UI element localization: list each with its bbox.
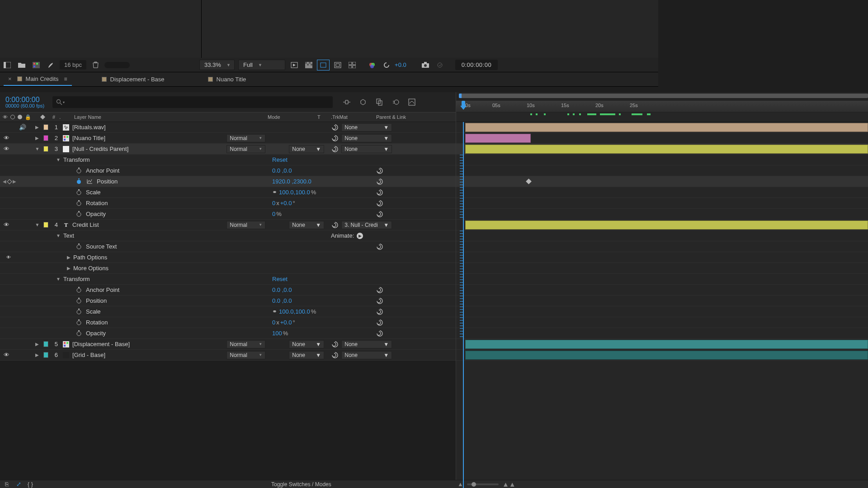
layer-row[interactable]: 👁▶ 5 [Displacement - Base] Normal▼ None▼… xyxy=(0,339,456,350)
comp-mini-flowchart-icon[interactable] xyxy=(342,97,352,107)
property-value[interactable]: 100% xyxy=(272,330,376,337)
reset-link[interactable]: Reset xyxy=(272,156,376,163)
eye-column-icon[interactable]: 👁 xyxy=(3,114,8,120)
tab-main-credits[interactable]: × Main Credits ≡ xyxy=(4,73,72,86)
graph-icon[interactable] xyxy=(86,178,93,185)
exposure-value[interactable]: +0.0 xyxy=(395,61,406,68)
trackmatte-dropdown[interactable]: None▼ xyxy=(289,145,324,153)
property-row[interactable]: Position 0.0 ,0.0 xyxy=(0,296,456,306)
twirl-icon[interactable]: ▶ xyxy=(67,255,71,260)
layer-bar[interactable] xyxy=(465,145,658,154)
twirl-icon[interactable]: ▼ xyxy=(56,233,61,238)
pickwhip-icon[interactable] xyxy=(376,286,383,294)
layer-swatch[interactable] xyxy=(43,146,48,152)
trackmatte-dropdown[interactable]: None▼ xyxy=(289,340,324,348)
close-icon[interactable]: × xyxy=(8,75,12,82)
trackmatte-dropdown[interactable]: None▼ xyxy=(289,221,324,229)
layer-row[interactable]: 👁▼ 3 [Null - Credits Parent] Normal▼ Non… xyxy=(0,144,456,155)
panel-icon[interactable] xyxy=(1,60,14,70)
current-time-indicator[interactable] xyxy=(460,101,467,112)
property-group[interactable]: ▼Text Animate: ▶ xyxy=(0,230,456,241)
pickwhip-icon[interactable] xyxy=(376,189,383,196)
twirl-icon[interactable]: ▼ xyxy=(56,157,61,162)
eye-icon[interactable]: 👁 xyxy=(3,221,10,228)
draft3d-icon[interactable] xyxy=(358,97,368,107)
property-group[interactable]: ▼Transform Reset xyxy=(0,274,456,285)
property-value[interactable]: 0.0 ,0.0 xyxy=(272,167,376,174)
blend-mode-dropdown[interactable]: Normal▼ xyxy=(226,340,265,348)
property-value[interactable]: ⚭100.0,100.0% xyxy=(272,189,376,196)
pickwhip-icon[interactable] xyxy=(376,308,383,315)
graph-editor-icon[interactable] xyxy=(407,97,417,107)
keyframe-icon[interactable] xyxy=(526,178,532,184)
property-group[interactable]: ▶More Options xyxy=(0,263,456,274)
pickwhip-icon[interactable] xyxy=(376,211,383,218)
property-row[interactable]: Anchor Point 0.0 ,0.0 xyxy=(0,165,456,176)
layer-bar[interactable] xyxy=(465,123,658,132)
layer-bar[interactable] xyxy=(465,134,531,143)
pickwhip-icon[interactable] xyxy=(331,341,339,348)
eye-icon[interactable]: 👁 xyxy=(6,255,11,260)
grid-icon[interactable] xyxy=(346,60,359,70)
property-row[interactable]: Rotation 0x+0.0° xyxy=(0,198,456,209)
stopwatch-icon[interactable] xyxy=(75,211,82,218)
zoom-dropdown[interactable]: 33.3%▼ xyxy=(199,60,235,70)
bit-depth-toggle[interactable]: 16 bpc xyxy=(60,60,86,70)
property-value[interactable]: 0.0 ,0.0 xyxy=(272,286,376,293)
stopwatch-icon[interactable] xyxy=(75,308,82,315)
audio-column-icon[interactable] xyxy=(18,115,22,119)
parent-dropdown[interactable]: None▼ xyxy=(341,340,392,348)
pickwhip-icon[interactable] xyxy=(376,167,383,174)
label-column-icon[interactable] xyxy=(40,115,45,120)
property-value[interactable]: 0% xyxy=(272,211,376,217)
blend-mode-dropdown[interactable]: Normal▼ xyxy=(226,145,265,153)
frame-blend-icon[interactable] xyxy=(374,97,384,107)
eye-icon[interactable]: 👁 xyxy=(3,135,10,141)
mask-toggle-icon[interactable] xyxy=(317,60,330,70)
resolution-dropdown[interactable]: Full▼ xyxy=(238,60,285,70)
layer-row[interactable]: 👁▶ 6 [Grid - Base] Normal▼ None▼ None▼ xyxy=(0,350,456,361)
tab-nuano-title[interactable]: Nuano Title xyxy=(203,73,251,85)
property-group[interactable]: ▼Transform Reset xyxy=(0,155,456,165)
stopwatch-icon[interactable] xyxy=(75,330,82,337)
stopwatch-icon[interactable] xyxy=(75,189,82,196)
layer-bar[interactable] xyxy=(465,351,658,360)
safe-zones-icon[interactable] xyxy=(331,60,344,70)
eye-icon[interactable]: 👁 xyxy=(3,145,10,152)
property-row[interactable]: Opacity 100% xyxy=(0,328,456,339)
eye-icon[interactable]: 👁 xyxy=(3,352,10,358)
property-row[interactable]: Scale ⚭100.0,100.0% xyxy=(0,187,456,198)
property-row[interactable]: ◀▶ Position 1920.0 ,2300.0 xyxy=(0,176,456,187)
property-value[interactable]: 1920.0 ,2300.0 xyxy=(272,178,376,185)
stopwatch-icon[interactable] xyxy=(75,243,82,250)
twirl-icon[interactable]: ▶ xyxy=(35,136,42,141)
parent-dropdown[interactable]: None▼ xyxy=(341,134,392,142)
trash-icon[interactable] xyxy=(89,60,102,70)
pickwhip-icon[interactable] xyxy=(376,330,383,337)
stopwatch-icon[interactable] xyxy=(75,319,82,326)
brush-icon[interactable] xyxy=(44,60,57,70)
twirl-icon[interactable]: ▶ xyxy=(35,342,42,347)
lock-column-icon[interactable]: 🔒 xyxy=(25,114,31,120)
twirl-icon[interactable]: ▶ xyxy=(35,352,42,357)
twirl-icon[interactable]: ▶ xyxy=(35,125,42,130)
pickwhip-icon[interactable] xyxy=(376,319,383,326)
work-area-bar[interactable] xyxy=(459,94,658,98)
pickwhip-icon[interactable] xyxy=(331,124,339,131)
twirl-icon[interactable]: ▶ xyxy=(67,266,71,271)
next-keyframe-icon[interactable]: ▶ xyxy=(13,179,16,184)
property-row[interactable]: Scale ⚭100.0,100.0% xyxy=(0,306,456,317)
property-value[interactable]: 0.0 ,0.0 xyxy=(272,297,376,304)
layer-name[interactable]: [Grid - Base] xyxy=(72,352,105,358)
stopwatch-icon[interactable] xyxy=(75,200,82,207)
layer-search-input[interactable]: ▾ xyxy=(52,96,333,108)
reset-link[interactable]: Reset xyxy=(272,276,376,282)
region-icon[interactable] xyxy=(288,60,301,70)
layer-swatch[interactable] xyxy=(43,352,48,358)
layer-swatch[interactable] xyxy=(43,135,48,141)
timeline-graph-area[interactable]: 00s 05s 10s 15s 20s 25s xyxy=(456,92,658,371)
add-keyframe-icon[interactable] xyxy=(7,179,12,184)
folder-icon[interactable] xyxy=(15,60,28,70)
layer-swatch[interactable] xyxy=(43,341,48,347)
blend-mode-dropdown[interactable]: Normal▼ xyxy=(226,221,265,229)
